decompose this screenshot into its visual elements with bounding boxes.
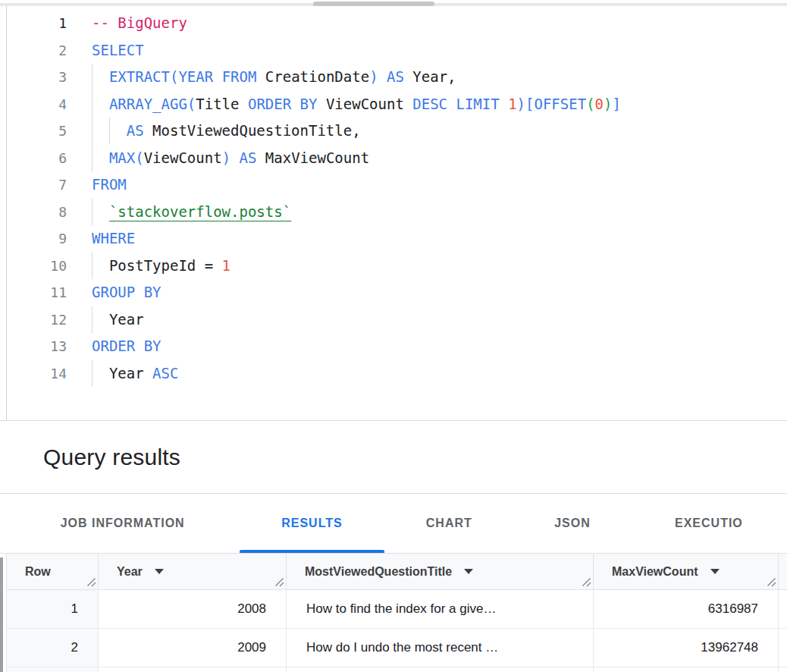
line-number: 7	[0, 177, 67, 193]
line-number: 3	[0, 69, 67, 85]
cell-mostviewedquestiontitle: How to find the index for a give…	[287, 590, 594, 629]
code-line[interactable]: 6 MAX(ViewCount) AS MaxViewCount	[0, 145, 787, 172]
column-resize-handle[interactable]	[582, 577, 591, 587]
column-resize-handle[interactable]	[86, 577, 96, 587]
bigquery-workspace: 1-- BigQuery2SELECT3 EXTRACT(YEAR FROM C…	[0, 0, 787, 672]
indent-guide	[92, 199, 92, 226]
code-line[interactable]: 5 AS MostViewedQuestionTitle,	[0, 118, 787, 145]
column-header-year[interactable]: Year	[99, 554, 287, 590]
cell-mostviewedquestiontitle: How do I undo the most recent …	[287, 629, 594, 667]
code-line[interactable]: 8 `stackoverflow.posts`	[0, 199, 787, 226]
cell-partial	[6, 667, 99, 672]
line-number: 14	[0, 366, 67, 382]
code-text: SELECT	[92, 37, 144, 64]
code-line[interactable]: 2SELECT	[0, 37, 787, 64]
line-number: 2	[0, 42, 67, 58]
code-line[interactable]: 1-- BigQuery	[0, 10, 787, 37]
code-text: PostTypeId = 1	[92, 253, 230, 280]
tab-job-information[interactable]: JOB INFORMATION	[5, 494, 240, 553]
row-filler	[779, 590, 787, 629]
line-number: 10	[0, 258, 67, 274]
column-label: Year	[117, 565, 143, 579]
tab-results[interactable]: RESULTS	[240, 494, 384, 553]
indent-guide	[92, 360, 92, 388]
code-line[interactable]: 7FROM	[0, 171, 787, 199]
column-header-row[interactable]: Row	[6, 554, 99, 590]
code-text: `stackoverflow.posts`	[92, 199, 291, 226]
indent-guide	[92, 306, 92, 334]
code-line[interactable]: 9WHERE	[0, 225, 787, 253]
header-filler	[779, 554, 787, 590]
code-lines: 1-- BigQuery2SELECT3 EXTRACT(YEAR FROM C…	[0, 10, 787, 387]
code-line[interactable]: 4 ARRAY_AGG(Title ORDER BY ViewCount DES…	[0, 91, 787, 118]
column-label: MostViewedQuestionTitle	[305, 565, 452, 579]
code-text: AS MostViewedQuestionTitle,	[92, 118, 361, 145]
column-menu-icon[interactable]	[464, 569, 473, 574]
line-number: 8	[0, 204, 67, 220]
column-menu-icon[interactable]	[155, 569, 164, 574]
code-text: Year ASC	[92, 360, 178, 388]
column-label: Row	[25, 565, 51, 579]
results-tabs: JOB INFORMATIONRESULTSCHARTJSONEXECUTIO	[0, 494, 787, 553]
tab-executio[interactable]: EXECUTIO	[631, 494, 787, 553]
indent-guide	[92, 64, 92, 171]
cell-year: 2008	[99, 590, 287, 629]
table-header-row: RowYearMostViewedQuestionTitleMaxViewCou…	[6, 554, 787, 590]
indent-guide	[92, 253, 92, 280]
tab-json[interactable]: JSON	[514, 494, 631, 553]
tab-chart[interactable]: CHART	[384, 494, 515, 553]
row-filler	[779, 629, 787, 667]
code-text: FROM	[92, 171, 127, 199]
column-resize-handle[interactable]	[767, 577, 776, 587]
code-text: ARRAY_AGG(Title ORDER BY ViewCount DESC …	[92, 91, 621, 118]
cell-partial	[287, 667, 594, 672]
cell-maxviewcount: 13962748	[594, 629, 779, 667]
code-text: WHERE	[92, 225, 135, 253]
cell-partial	[594, 667, 779, 672]
cell-maxviewcount: 6316987	[594, 590, 779, 629]
code-text: EXTRACT(YEAR FROM CreationDate) AS Year,	[92, 64, 456, 91]
line-number: 11	[0, 284, 67, 300]
line-number: 5	[0, 123, 67, 139]
line-number: 6	[0, 150, 67, 166]
column-header-maxviewcount[interactable]: MaxViewCount	[594, 554, 779, 590]
line-number: 12	[0, 312, 67, 328]
indent-guide	[109, 118, 110, 145]
column-menu-icon[interactable]	[710, 569, 720, 574]
column-label: MaxViewCount	[612, 565, 698, 579]
column-header-mostviewedquestiontitle[interactable]: MostViewedQuestionTitle	[287, 554, 594, 590]
code-line[interactable]: 11GROUP BY	[0, 279, 787, 306]
results-vertical-scrollbar-thumb[interactable]	[0, 557, 3, 672]
code-text: ORDER BY	[92, 333, 161, 360]
editor-left-border	[6, 6, 7, 420]
code-text: MAX(ViewCount) AS MaxViewCount	[92, 145, 369, 172]
line-number: 9	[0, 231, 67, 247]
results-table-grid: RowYearMostViewedQuestionTitleMaxViewCou…	[0, 554, 787, 672]
code-text: -- BigQuery	[92, 10, 187, 37]
query-results-header: Query results	[0, 421, 787, 493]
line-number: 1	[0, 15, 67, 31]
code-text: Year	[92, 306, 144, 334]
code-line[interactable]: 3 EXTRACT(YEAR FROM CreationDate) AS Yea…	[0, 64, 787, 91]
results-title: Query results	[0, 444, 180, 470]
cell-row: 2	[6, 629, 99, 667]
table-row-partial	[6, 667, 787, 672]
code-text: GROUP BY	[92, 279, 161, 306]
horizontal-scrollbar	[0, 0, 787, 6]
table-row: 12008How to find the index for a give…63…	[6, 590, 787, 629]
sql-editor[interactable]: 1-- BigQuery2SELECT3 EXTRACT(YEAR FROM C…	[0, 6, 787, 420]
column-resize-handle[interactable]	[274, 577, 284, 587]
code-line[interactable]: 10 PostTypeId = 1	[0, 253, 787, 280]
results-table: RowYearMostViewedQuestionTitleMaxViewCou…	[0, 554, 787, 672]
line-number: 4	[0, 96, 67, 112]
cell-row: 1	[6, 590, 99, 629]
line-number: 13	[0, 338, 67, 354]
code-line[interactable]: 14 Year ASC	[0, 360, 787, 388]
table-row: 22009How do I undo the most recent …1396…	[6, 629, 787, 667]
cell-year: 2009	[99, 629, 287, 667]
code-line[interactable]: 12 Year	[0, 306, 787, 334]
cell-partial	[99, 667, 287, 672]
code-line[interactable]: 13ORDER BY	[0, 333, 787, 360]
